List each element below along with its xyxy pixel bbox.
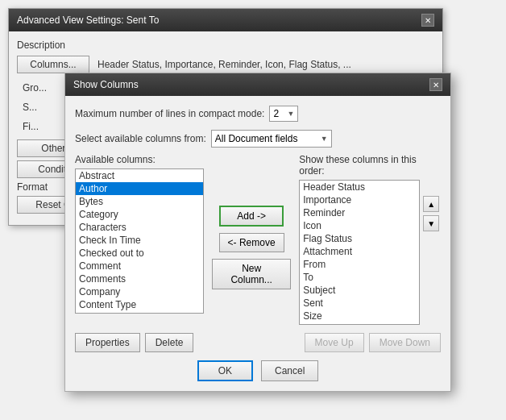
select-from-dropdown[interactable]: All Document fields ▼ (211, 130, 332, 148)
fg-dialog-content: Maximum number of lines in compact mode:… (65, 96, 450, 391)
move-buttons: Move Up Move Down (305, 333, 441, 352)
move-up-button[interactable]: Move Up (305, 333, 364, 352)
max-lines-row: Maximum number of lines in compact mode:… (75, 106, 441, 122)
list-item[interactable]: Attachment (300, 245, 419, 258)
show-columns-list[interactable]: Header StatusImportanceReminderIconFlag … (299, 180, 420, 325)
scroll-up-button[interactable]: ▲ (423, 196, 439, 212)
bottom-section: Properties Delete Move Up Move Down (75, 333, 441, 352)
fg-dialog-titlebar: Show Columns ✕ (65, 73, 450, 96)
list-item[interactable]: Abstract (76, 169, 203, 182)
show-columns-label: Show these columns in this order: (299, 154, 441, 177)
properties-delete-row: Properties Delete (75, 333, 193, 352)
remove-button[interactable]: <- Remove (219, 233, 284, 252)
list-item[interactable]: Flag Status (300, 232, 419, 245)
list-item[interactable]: Sent (300, 297, 419, 310)
list-item[interactable]: Header Status (300, 181, 419, 193)
fg-dialog-title: Show Columns (73, 79, 139, 90)
max-lines-value: 2 (273, 108, 279, 119)
bg-close-button[interactable]: ✕ (421, 14, 434, 27)
max-lines-label: Maximum number of lines in compact mode: (75, 108, 264, 119)
list-item[interactable]: Importance (300, 193, 419, 206)
list-item[interactable]: From (300, 258, 419, 271)
columns-description: Header Status, Importance, Reminder, Ico… (97, 59, 351, 70)
delete-button[interactable]: Delete (145, 333, 194, 352)
select-from-value: All Document fields (215, 133, 298, 144)
available-columns-list[interactable]: AbstractAuthorBytesCategoryCharactersChe… (75, 168, 204, 314)
list-item[interactable]: Reminder (300, 206, 419, 219)
list-item[interactable]: Check In Time (76, 234, 203, 247)
list-item[interactable]: Icon (300, 219, 419, 232)
list-item[interactable]: Email Account (300, 322, 419, 325)
properties-button[interactable]: Properties (75, 333, 140, 352)
list-item[interactable]: Category (76, 208, 203, 221)
list-item[interactable]: Company (76, 285, 203, 298)
move-down-button[interactable]: Move Down (369, 333, 441, 352)
ok-cancel-row: OK Cancel (75, 360, 441, 381)
ok-button[interactable]: OK (197, 360, 253, 381)
bg-dialog-title: Advanced View Settings: Sent To (17, 15, 159, 26)
new-column-button[interactable]: New Column... (212, 259, 291, 289)
max-lines-field[interactable]: 2 ▼ (269, 106, 298, 122)
right-scroll-buttons: ▲ ▼ (423, 180, 439, 325)
list-item[interactable]: Author (76, 182, 203, 195)
list-item[interactable]: Checked out to (76, 247, 203, 260)
list-item[interactable]: Characters (76, 221, 203, 234)
description-label: Description (17, 40, 434, 51)
list-item[interactable]: Comment (76, 260, 203, 272)
middle-buttons: Add -> <- Remove New Column... (212, 154, 291, 325)
list-item[interactable]: Bytes (76, 195, 203, 208)
add-button[interactable]: Add -> (219, 206, 284, 227)
format-label: Format (17, 181, 48, 193)
columns-section: Available columns: AbstractAuthorBytesCa… (75, 154, 441, 325)
columns-button[interactable]: Columns... (17, 56, 89, 73)
scroll-down-button[interactable]: ▼ (423, 215, 439, 231)
show-columns-panel: Show these columns in this order: Header… (299, 154, 441, 325)
list-item[interactable]: Content Type (76, 298, 203, 311)
list-item[interactable]: Size (300, 310, 419, 322)
list-item[interactable]: To (300, 271, 419, 284)
list-item[interactable]: Comments (76, 272, 203, 285)
columns-row: Columns... Header Status, Importance, Re… (17, 56, 434, 73)
select-from-arrow: ▼ (321, 135, 328, 143)
list-item[interactable]: Creation Time (76, 311, 203, 314)
select-from-row: Select available columns from: All Docum… (75, 130, 441, 148)
available-columns-label: Available columns: (75, 154, 204, 165)
show-columns-dialog: Show Columns ✕ Maximum number of lines i… (64, 73, 451, 392)
right-list-and-move: Header StatusImportanceReminderIconFlag … (299, 180, 441, 325)
bg-dialog-titlebar: Advanced View Settings: Sent To ✕ (9, 9, 442, 31)
select-from-label: Select available columns from: (75, 133, 206, 144)
available-columns-panel: Available columns: AbstractAuthorBytesCa… (75, 154, 204, 325)
max-lines-arrow: ▼ (288, 110, 295, 118)
cancel-button[interactable]: Cancel (261, 360, 318, 381)
list-item[interactable]: Subject (300, 284, 419, 297)
fg-close-button[interactable]: ✕ (429, 78, 442, 91)
